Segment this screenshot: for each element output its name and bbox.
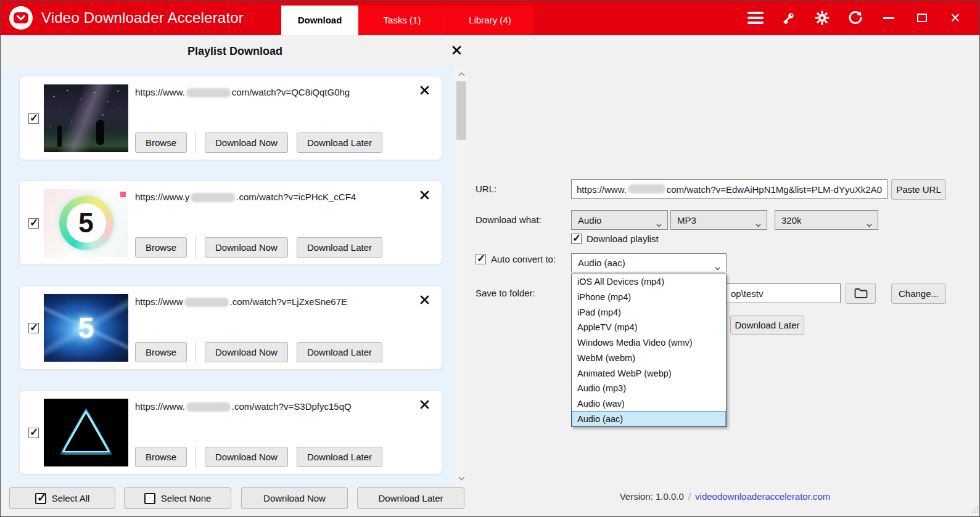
- tab-tasks[interactable]: Tasks (1): [358, 6, 446, 35]
- auto-convert-combobox[interactable]: Audio (aac): [571, 253, 727, 272]
- select-all-label: Select All: [52, 493, 90, 503]
- scroll-down-icon[interactable]: [456, 473, 466, 483]
- paste-url-button[interactable]: Paste URL: [891, 179, 946, 200]
- item-4-buttons: Browse Download Now Download Later: [135, 446, 382, 468]
- auto-convert-label: Auto convert to:: [491, 254, 556, 264]
- item-3-checkbox[interactable]: [28, 323, 39, 333]
- item-3-browse-button[interactable]: Browse: [135, 342, 187, 362]
- format-select[interactable]: MP3: [670, 210, 767, 230]
- option-ipad[interactable]: iPad (mp4): [572, 304, 726, 320]
- tab-library[interactable]: Library (4): [446, 6, 533, 35]
- footer-download-later-button[interactable]: Download Later: [357, 487, 464, 509]
- form-download-later-button[interactable]: Download Later: [730, 315, 804, 335]
- item-1-remove-icon[interactable]: [419, 85, 432, 97]
- settings-gear-icon[interactable]: [814, 10, 830, 26]
- blurred-domain: [186, 402, 231, 412]
- item-4-remove-icon[interactable]: [419, 399, 432, 412]
- download-what-label: Download what:: [476, 210, 541, 230]
- item-3-download-later-button[interactable]: Download Later: [297, 342, 382, 362]
- item-1-buttons: Browse Download Now Download Later: [135, 131, 382, 153]
- playlist-panel-close-icon[interactable]: [450, 43, 463, 57]
- playlist-item-3: 5 https://www.com/watch?v=LjZxeSne67E Br…: [19, 285, 442, 370]
- scrollbar-thumb[interactable]: [456, 81, 466, 140]
- media-type-select[interactable]: Audio: [571, 210, 668, 230]
- menu-icon[interactable]: [747, 10, 764, 26]
- auto-convert-checkbox-row[interactable]: Auto convert to:: [476, 254, 556, 264]
- blurred-domain: [191, 193, 235, 202]
- status-line: Version: 1.0.0.0/videodownloaderaccelera…: [469, 491, 980, 502]
- playlist-panel-header: Playlist Download: [1, 35, 469, 67]
- option-webp[interactable]: Animated WebP (webp): [572, 365, 726, 381]
- option-iphone[interactable]: iPhone (mp4): [572, 290, 726, 305]
- folder-icon: [854, 288, 868, 299]
- select-none-button[interactable]: Select None: [124, 487, 231, 509]
- item-1-download-later-button[interactable]: Download Later: [297, 132, 382, 153]
- option-audio-wav[interactable]: Audio (wav): [572, 396, 726, 412]
- item-4-download-later-button[interactable]: Download Later: [297, 447, 382, 467]
- option-wmv[interactable]: Windows Media Video (wmv): [572, 335, 726, 351]
- download-playlist-label: Download playlist: [587, 234, 659, 244]
- item-2-thumbnail: 5: [44, 189, 128, 257]
- download-now-label: Download Now: [263, 493, 326, 503]
- option-appletv[interactable]: AppleTV (mp4): [572, 320, 726, 335]
- chevron-down-icon: [756, 219, 761, 229]
- item-3-thumbnail: 5: [44, 294, 128, 362]
- item-2-checkbox[interactable]: [28, 218, 39, 229]
- chevron-down-icon: [656, 219, 662, 229]
- item-1-download-now-button[interactable]: Download Now: [205, 132, 288, 153]
- website-link[interactable]: videodownloaderaccelerator.com: [695, 491, 830, 502]
- item-2-remove-icon[interactable]: [419, 190, 432, 202]
- playlist-item-4: https://www..com/watch?v=S3Dpfyc15qQ Bro…: [19, 390, 442, 474]
- blurred-domain: [184, 298, 229, 307]
- item-4-browse-button[interactable]: Browse: [135, 447, 187, 467]
- option-audio-aac-selected[interactable]: Audio (aac): [572, 411, 726, 426]
- url-input[interactable]: https://www.com/watch?v=EdwAiHpN1Mg&list…: [571, 179, 887, 199]
- browse-folder-button[interactable]: [846, 283, 876, 304]
- item-4-download-now-button[interactable]: Download Now: [205, 447, 288, 467]
- resize-grip[interactable]: [971, 505, 979, 516]
- playlist-item-1: https://www.com/watch?v=QC8iQqtG0hg Brow…: [19, 76, 442, 160]
- save-to-folder-label: Save to folder:: [476, 283, 535, 303]
- item-3-download-now-button[interactable]: Download Now: [205, 342, 288, 362]
- item-3-remove-icon[interactable]: [419, 295, 432, 307]
- chevron-down-icon: [715, 262, 720, 272]
- bitrate-value: 320k: [781, 215, 802, 226]
- playlist-scrollbar[interactable]: [455, 67, 468, 485]
- maximize-icon[interactable]: [914, 10, 930, 26]
- change-folder-button[interactable]: Change...: [891, 283, 946, 304]
- download-playlist-checkbox[interactable]: [571, 234, 582, 244]
- item-1-checkbox[interactable]: [28, 113, 39, 124]
- refresh-icon[interactable]: [847, 10, 863, 26]
- option-audio-mp3[interactable]: Audio (mp3): [572, 381, 726, 396]
- option-ios-all-devices[interactable]: iOS All Devices (mp4): [572, 274, 726, 290]
- key-icon[interactable]: [781, 10, 797, 26]
- item-4-url: https://www..com/watch?v=S3Dpfyc15qQ: [135, 401, 352, 413]
- scroll-up-icon[interactable]: [456, 69, 466, 79]
- divider: [196, 341, 196, 363]
- menu-bars-icon: [747, 12, 764, 24]
- auto-convert-checkbox[interactable]: [476, 254, 486, 264]
- playlist-items-list: https://www.com/watch?v=QC8iQqtG0hg Brow…: [1, 67, 469, 485]
- media-type-value: Audio: [578, 215, 601, 226]
- select-all-button[interactable]: Select All: [9, 487, 115, 509]
- app-window: Video Downloader Accelerator Download Ta…: [0, 0, 980, 517]
- bitrate-select[interactable]: 320k: [775, 210, 878, 230]
- chevron-down-icon: [867, 219, 872, 229]
- item-2-browse-button[interactable]: Browse: [135, 237, 187, 258]
- format-value: MP3: [677, 215, 696, 226]
- close-icon[interactable]: ×: [947, 10, 963, 26]
- item-2-download-later-button[interactable]: Download Later: [297, 237, 382, 258]
- item-2-download-now-button[interactable]: Download Now: [205, 237, 288, 258]
- titlebar: Video Downloader Accelerator Download Ta…: [1, 1, 979, 35]
- footer-download-now-button[interactable]: Download Now: [241, 487, 348, 509]
- minimize-icon[interactable]: [881, 10, 897, 26]
- download-form-panel: URL: https://www.com/watch?v=EdwAiHpN1Mg…: [469, 35, 980, 517]
- download-playlist-checkbox-row[interactable]: Download playlist: [571, 234, 659, 244]
- tab-download[interactable]: Download: [281, 6, 358, 35]
- version-text: Version: 1.0.0.0: [620, 491, 684, 502]
- playlist-panel-title: Playlist Download: [1, 35, 469, 67]
- item-4-checkbox[interactable]: [28, 428, 39, 438]
- item-1-browse-button[interactable]: Browse: [135, 132, 187, 153]
- option-webm[interactable]: WebM (webm): [572, 351, 726, 366]
- divider: [196, 236, 196, 258]
